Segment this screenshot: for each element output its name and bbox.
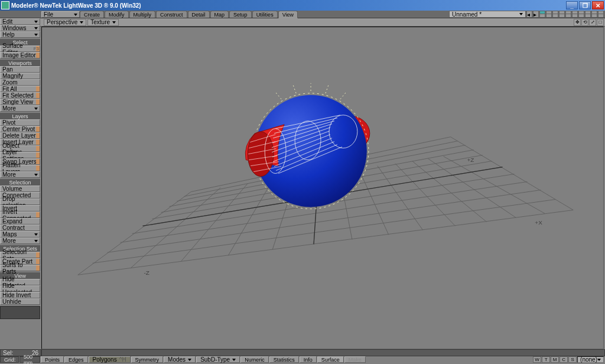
sidebar-item-hide-unselected[interactable]: Hide Unselected bbox=[0, 285, 40, 292]
sidebar-item-surfs-to-parts[interactable]: Surfs to Parts bbox=[0, 265, 40, 271]
info-button[interactable]: Info bbox=[300, 356, 317, 363]
m-mode-button[interactable]: M bbox=[551, 356, 559, 363]
3d-viewport[interactable]: -Z +Z +X bbox=[41, 27, 604, 349]
sidebar-item-drop-selection[interactable]: Drop selection bbox=[0, 199, 40, 205]
symmetry-button[interactable]: Symmetry bbox=[131, 356, 164, 363]
sidebar-item-more[interactable]: More bbox=[0, 238, 40, 244]
s-mode-button[interactable]: S bbox=[568, 356, 577, 363]
layer-10-toggle[interactable] bbox=[598, 11, 604, 18]
current-object-name: Unnamed * bbox=[452, 11, 482, 18]
sidebar-item-fit-selected[interactable]: Fit Selected bbox=[0, 92, 40, 99]
maximize-button[interactable]: ❐ bbox=[579, 1, 591, 9]
sidebar-item-zoom[interactable]: Zoom bbox=[0, 79, 40, 86]
svg-line-25 bbox=[451, 137, 574, 210]
tab-multiply[interactable]: Multiply bbox=[129, 11, 156, 18]
tab-create[interactable]: Create bbox=[80, 11, 104, 18]
current-object-dropdown[interactable]: Unnamed * bbox=[449, 11, 526, 18]
sidebar-item-more[interactable]: More bbox=[0, 105, 40, 112]
sidebar-item-hide-invert[interactable]: Hide Invert bbox=[0, 292, 40, 298]
plugin-tag-icon bbox=[36, 126, 40, 132]
shading-dropdown[interactable]: Texture bbox=[87, 19, 119, 26]
sidebar-item-single-view[interactable]: Single View bbox=[0, 99, 40, 105]
dropdown-arrow-icon bbox=[188, 359, 191, 361]
sidebar-item-windows[interactable]: Windows bbox=[0, 25, 40, 31]
tab-utilities[interactable]: Utilities bbox=[252, 11, 278, 18]
tab-construct[interactable]: Construct bbox=[156, 11, 187, 18]
t-mode-button[interactable]: T bbox=[542, 356, 550, 363]
view-type-dropdown[interactable]: Perspective bbox=[44, 19, 86, 26]
sidebar-item-pivot[interactable]: Pivot bbox=[0, 119, 40, 126]
layer-4-toggle[interactable] bbox=[559, 11, 565, 18]
layer-2-toggle[interactable] bbox=[546, 11, 552, 18]
sidebar-item-fit-all[interactable]: Fit All bbox=[0, 86, 40, 92]
layer-5-toggle[interactable] bbox=[565, 11, 571, 18]
svg-line-22 bbox=[412, 161, 487, 222]
sidebar-item-image-editor[interactable]: Image Editor bbox=[0, 52, 40, 58]
window-title: Modeler® NewTek LightWave 3D ® 9.0 (Win3… bbox=[11, 2, 566, 9]
plugin-tag-icon bbox=[36, 152, 40, 158]
tab-setup[interactable]: Setup bbox=[229, 11, 252, 18]
subd-type-menu[interactable]: SubD-Type bbox=[196, 356, 240, 363]
sidebar-item-magnify[interactable]: Magnify bbox=[0, 73, 40, 79]
layer-3-toggle[interactable] bbox=[552, 11, 558, 18]
sidebar-item-pan[interactable]: Pan bbox=[0, 66, 40, 73]
sidebar-item-maps[interactable]: Maps bbox=[0, 231, 40, 238]
layer-9-toggle[interactable] bbox=[591, 11, 597, 18]
dropdown-arrow-icon bbox=[34, 27, 38, 30]
edges-mode-button[interactable]: Edges bbox=[64, 356, 88, 363]
layer-next-button[interactable]: ▸ bbox=[533, 11, 539, 18]
maximize-viewport-button[interactable]: □ bbox=[597, 19, 604, 26]
main-tab-bar: File CreateModifyMultiplyConstructDetail… bbox=[0, 11, 605, 18]
plugin-tag-icon bbox=[36, 252, 40, 258]
c-mode-button[interactable]: C bbox=[560, 356, 568, 363]
modes-menu[interactable]: Modes bbox=[164, 356, 196, 363]
points-mode-button[interactable]: Points bbox=[41, 356, 64, 363]
rotate-viewport-button[interactable]: ⟲ bbox=[581, 19, 588, 26]
close-button[interactable]: ✕ bbox=[592, 1, 604, 9]
layer-1-toggle[interactable] bbox=[539, 11, 545, 18]
tab-view[interactable]: View bbox=[278, 11, 298, 18]
sidebar-item-volume[interactable]: Volume bbox=[0, 186, 40, 192]
minimize-button[interactable]: _ bbox=[566, 1, 578, 9]
layer-6-toggle[interactable] bbox=[572, 11, 578, 18]
tab-detail[interactable]: Detail bbox=[188, 11, 210, 18]
sidebar-item-layer-settings[interactable]: Layer Settings bbox=[0, 152, 40, 158]
dropdown-arrow-icon bbox=[34, 21, 38, 23]
sidebar-item-selection-sets[interactable]: Selection Sets bbox=[0, 252, 40, 258]
dropdown-arrow-icon bbox=[597, 359, 601, 361]
layer-8-toggle[interactable] bbox=[585, 11, 591, 18]
layer-7-toggle[interactable] bbox=[578, 11, 584, 18]
sidebar-item-delete-layer[interactable]: Delete Layer bbox=[0, 132, 40, 139]
statistics-button[interactable]: Statistics bbox=[269, 356, 299, 363]
svg-line-0 bbox=[78, 210, 573, 275]
sidebar-item-unhide[interactable]: Unhide bbox=[0, 298, 40, 305]
vmap-dropdown[interactable]: (none) bbox=[577, 356, 604, 363]
sidebar-item-surface-editor[interactable]: Surface EditorF3 bbox=[0, 46, 40, 52]
sidebar-item-flatten-layers[interactable]: Flatten Layers bbox=[0, 165, 40, 171]
sidebar-item-edit[interactable]: Edit bbox=[0, 18, 40, 25]
w-mode-button[interactable]: W bbox=[533, 356, 541, 363]
svg-line-35 bbox=[293, 85, 296, 93]
pan-viewport-button[interactable]: ✥ bbox=[574, 19, 581, 26]
sidebar-spacer bbox=[0, 306, 40, 319]
sidebar-item-more[interactable]: More bbox=[0, 171, 40, 178]
sidebar-item-help[interactable]: Help bbox=[0, 31, 40, 38]
dropdown-arrow-icon bbox=[34, 174, 38, 176]
zoom-viewport-button[interactable]: ⤢ bbox=[589, 19, 596, 26]
tab-map[interactable]: Map bbox=[210, 11, 229, 18]
numeric-button[interactable]: Numeric bbox=[240, 356, 269, 363]
plugin-tag-icon bbox=[36, 212, 40, 217]
svg-text:+X: +X bbox=[535, 219, 542, 226]
file-menu[interactable]: File bbox=[41, 11, 80, 18]
svg-line-19 bbox=[359, 169, 389, 235]
tab-modify[interactable]: Modify bbox=[105, 11, 129, 18]
svg-text:-Z: -Z bbox=[144, 269, 149, 276]
layer-prev-button[interactable]: ◂ bbox=[526, 11, 532, 18]
sidebar-item-contract[interactable]: Contract bbox=[0, 225, 40, 231]
sidebar-item-invert-connected[interactable]: Invert Connected bbox=[0, 212, 40, 218]
sidebar-item-center-pivot[interactable]: Center Pivot bbox=[0, 126, 40, 132]
sidebar-item-expand[interactable]: Expand bbox=[0, 218, 40, 225]
make-button[interactable]: Make bbox=[344, 356, 366, 363]
polygons-mode-button[interactable]: Polygons ^H bbox=[89, 356, 131, 363]
surface-button[interactable]: Surface bbox=[317, 356, 344, 363]
